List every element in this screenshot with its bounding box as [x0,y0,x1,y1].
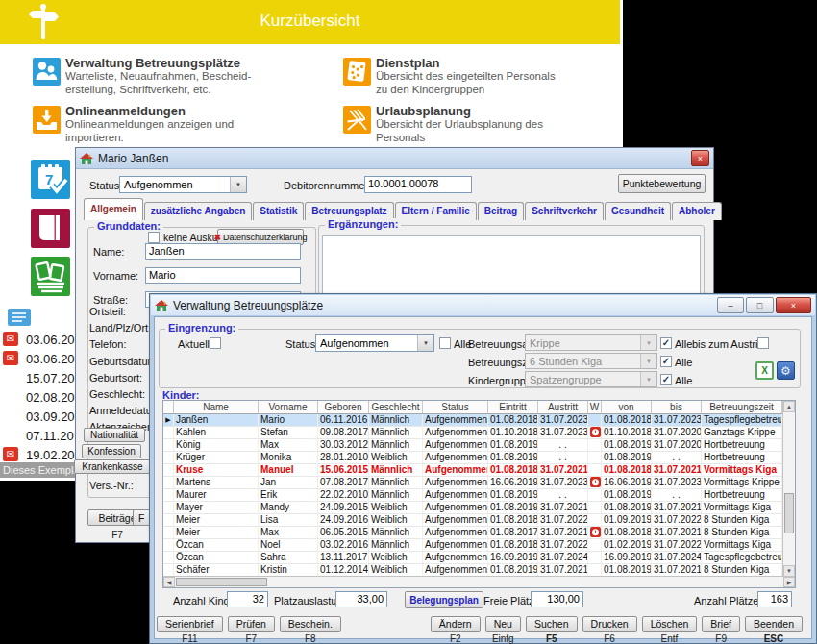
konfession-button[interactable]: Konfession [82,444,141,458]
table-row[interactable]: MaurerErik22.02.2010MännlichAufgenommen0… [163,489,782,502]
column-header-status[interactable]: Status [423,401,488,413]
column-header-geboren[interactable]: Geboren [318,401,369,413]
table-row[interactable]: KönigMax30.03.2012MännlichAufgenommen01.… [163,439,782,452]
drucken-button[interactable]: Drucken [582,616,637,632]
tab-beitrag[interactable]: Beitrag [478,202,524,220]
betreuungszeit-select[interactable]: 6 Stunden Kiga▼ [525,353,657,369]
mgmt-titlebar[interactable]: Verwaltung Betreuungsplätze – □ × [151,295,815,315]
settings-gear-icon[interactable]: ⚙ [777,361,795,380]
aktuell-checkbox[interactable] [210,337,221,349]
suchen-button[interactable]: Suchen [526,616,578,632]
punktebewertung-button[interactable]: Punktebewertung [618,174,706,193]
alle-checkbox[interactable]: ✓ [660,337,672,349]
column-header-zeit[interactable]: Betreuungszeit [702,401,782,413]
krankenkasse-button[interactable]: Krankenkasse [74,459,151,474]
tab-allgemein[interactable]: Allgemein [84,198,143,220]
calendar-week-icon[interactable]: 7 [31,160,70,199]
belegungsplan-button[interactable]: Belegungsplan [405,591,483,608]
bis-austritt-checkbox[interactable] [757,337,769,349]
correspondence-row[interactable]: ✉03.06.20 [0,331,82,350]
chevron-down-icon[interactable]: ▼ [640,335,656,350]
table-row[interactable]: MartensJan07.08.2017MännlichAufgenommen1… [163,477,782,489]
close-icon[interactable]: × [776,297,811,313]
freie-plaetze-field[interactable]: 130,00 [531,591,583,607]
platzauslastung-field[interactable]: 33,00 [335,591,387,607]
chevron-down-icon[interactable]: ▼ [640,372,656,386]
nationalit-t-button[interactable]: Nationalität [84,428,145,442]
correspondence-row[interactable]: 03.09.20 [0,408,82,427]
beenden-button[interactable]: Beenden [745,616,803,632]
table-row[interactable]: ÖzcanSahra13.11.2017WeiblichAufgenommen1… [163,552,782,564]
alle-checkbox[interactable]: ✓ [660,356,672,367]
chevron-down-icon[interactable]: ▼ [230,177,246,192]
alle-checkbox[interactable]: ✓ [660,374,672,385]
horizontal-scrollbar[interactable]: ◀ ▶ [163,576,795,587]
correspondence-row[interactable]: 02.08.20 [0,388,82,408]
scroll-right-icon[interactable]: ▶ [783,577,795,587]
overview-menu-item[interactable]: OnlineanmeldungenOnlineanmeldungen anzei… [33,104,343,152]
person-titlebar[interactable]: Mario Janßen × [76,148,713,169]
tab-zus-tzliche-angaben[interactable]: zusätzliche Angaben [144,202,253,220]
table-row[interactable]: MayerMandy24.09.2015WeiblichAufgenommen0… [163,502,782,514]
column-header-austritt[interactable]: Austritt [538,401,588,413]
column-header-eintritt[interactable]: Eintritt [488,401,538,413]
kindergruppe-select[interactable]: Spatzengruppe▼ [525,371,657,387]
chevron-down-icon[interactable]: ▼ [417,335,433,351]
person-status-select[interactable]: Aufgenommen ▼ [119,176,247,193]
excel-export-icon[interactable]: X [755,361,774,380]
column-header-von[interactable]: von [602,401,652,413]
books-icon[interactable] [31,257,70,296]
tab-statistik[interactable]: Statistik [253,202,304,220]
table-row[interactable]: KruseManuel15.06.2015MännlichAufgenommen… [163,464,782,477]
tab-eltern-familie[interactable]: Eltern / Familie [395,202,477,220]
column-header-name[interactable]: Name [174,401,259,413]
overview-menu-item[interactable]: Verwaltung BetreuungsplätzeWarteliste, N… [33,56,343,104]
tab-abholer[interactable]: Abholer [672,202,722,220]
table-row[interactable]: KahlenStefan09.08.2017MännlichAufgenomme… [163,427,782,439]
overview-menu-item[interactable]: UrlaubsplanungÜbersicht der Urlaubsplanu… [343,104,603,152]
tab-gesundheit[interactable]: Gesundheit [605,202,671,220]
column-header-marker[interactable] [163,401,174,413]
serienbrief-button[interactable]: Serienbrief [157,616,223,632]
column-header-geschlecht[interactable]: Geschlecht [369,401,423,413]
beschein--button[interactable]: Beschein. [280,616,341,632]
column-header-bis[interactable]: bis [652,401,702,413]
table-row[interactable]: KrügerMonika28.01.2010WeiblichAufgenomme… [163,452,782,464]
close-icon[interactable]: × [691,150,709,166]
minimize-icon[interactable]: – [717,297,744,313]
table-row[interactable]: ▶JanßenMario06.11.2016MännlichAufgenomme… [163,414,782,427]
status-alle-checkbox[interactable] [439,337,451,349]
column-header-w[interactable]: W [588,401,602,413]
maximize-icon[interactable]: □ [746,297,774,313]
correspondence-row[interactable]: 15.07.20 [0,369,82,388]
scroll-left-icon[interactable]: ◀ [163,577,175,587]
table-row[interactable]: MeierMax06.05.2015MännlichAufgenommen01.… [163,527,782,539]
anzahl-plaetze-field[interactable]: 163 [757,591,792,607]
chevron-down-icon[interactable]: ▼ [640,354,656,368]
table-row[interactable]: ÖzcanNoel03.02.2016MännlichAufgenommen01… [163,539,782,552]
brief-button[interactable]: Brief [702,616,740,632]
overview-menu-item[interactable]: DienstplanÜbersicht des eingeteilten Per… [343,56,603,104]
pr-fen-button[interactable]: Prüfen [228,616,275,632]
correspondence-row[interactable]: 07.11.20 [0,427,82,446]
keine-auskunft-checkbox[interactable] [148,232,160,243]
table-row[interactable]: MeierLisa24.09.2016WeiblichAufgenommen01… [163,514,782,527]
anzahl-kinder-field[interactable]: 32 [227,591,268,607]
field-name[interactable]: Janßen [145,243,301,260]
field-vorname[interactable]: Mario [145,267,301,284]
-ndern-button[interactable]: Ändern [431,616,481,632]
cell-geboren: 28.01.2010 [318,452,369,463]
scrollbar-thumb[interactable] [176,578,267,586]
tab-schriftverkehr[interactable]: Schriftverkehr [525,202,604,220]
debitor-field[interactable]: 10.0001.00078 [364,176,472,193]
neu-button[interactable]: Neu [485,616,521,632]
filter-status-select[interactable]: Aufgenommen ▼ [315,334,434,352]
scroll-up-icon[interactable]: ▲ [783,401,795,412]
book-icon[interactable] [31,209,70,248]
vertical-scrollbar[interactable]: ▲ ▼ [782,401,795,577]
betreuungsart-select[interactable]: Krippe▼ [525,334,657,351]
scrollbar-thumb[interactable] [784,493,794,533]
column-header-vorname[interactable]: Vorname [259,401,318,413]
correspondence-row[interactable]: ✉03.06.20 [0,350,82,369]
l-schen-button[interactable]: Löschen [642,616,698,632]
